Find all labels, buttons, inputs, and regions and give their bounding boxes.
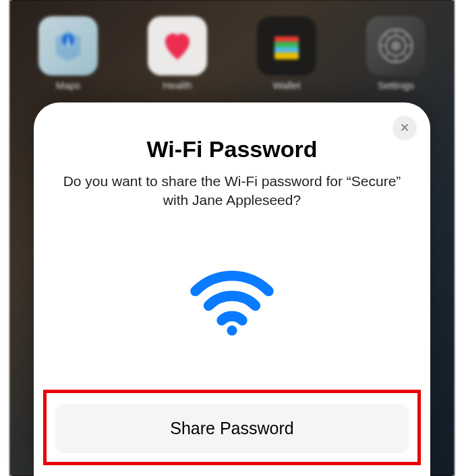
svg-point-7: [391, 41, 401, 51]
wifi-icon-container: [55, 210, 409, 404]
health-icon: [148, 16, 207, 76]
svg-rect-4: [274, 53, 299, 59]
wifi-password-share-modal: Wi-Fi Password Do you want to share the …: [34, 102, 430, 476]
share-password-button[interactable]: Share Password: [55, 404, 409, 453]
svg-line-15: [404, 34, 407, 38]
close-button[interactable]: [393, 116, 417, 140]
app-label: Health: [163, 80, 192, 91]
settings-icon: [366, 16, 426, 76]
app-label: Settings: [378, 80, 414, 91]
svg-line-14: [384, 54, 388, 57]
wallet-icon: [257, 16, 316, 76]
close-icon: [399, 122, 410, 135]
modal-title: Wi-Fi Password: [55, 136, 409, 162]
maps-icon: [38, 16, 98, 76]
modal-subtitle: Do you want to share the Wi-Fi password …: [55, 172, 409, 210]
svg-line-13: [404, 54, 407, 57]
svg-point-16: [227, 326, 237, 336]
svg-line-12: [384, 34, 388, 38]
app-label: Maps: [56, 80, 81, 91]
wifi-icon: [188, 268, 276, 338]
app-label: Wallet: [272, 80, 300, 91]
